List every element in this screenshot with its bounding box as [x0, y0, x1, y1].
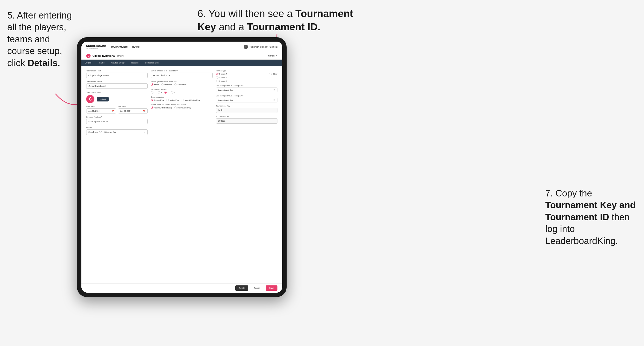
end-date-group: End date Jan 23, 2024 📅 [118, 106, 148, 114]
tournament-key-group: Tournament Key b4fb7 [216, 105, 278, 113]
logo-circle: C [86, 95, 94, 103]
format-6count5[interactable]: 6 count 5 [216, 80, 278, 82]
tournament-host-group: Tournament Host Clippd College - Men [86, 70, 148, 78]
tournament-logo-group: Tournament logo C Upload [86, 91, 148, 103]
gender-combined-radio[interactable] [174, 83, 177, 86]
calendar-icon-end: 📅 [143, 110, 146, 112]
tab-results[interactable]: Results [128, 60, 142, 66]
date-row: Start date Jan 21, 2024 📅 End date Jan 2… [86, 106, 148, 114]
individuals-only-radio[interactable] [174, 107, 177, 109]
individuals-only-label: Individuals Only [178, 107, 191, 109]
format-5count4-radio[interactable] [216, 73, 218, 75]
tablet-device: SCOREBOARD Powered by clippd TOURNAMENTS… [77, 37, 286, 297]
cancel-button[interactable]: Cancel ✕ [268, 55, 278, 57]
gender-combined[interactable]: Combined [174, 83, 186, 86]
signout-text[interactable]: Sign out [270, 46, 278, 48]
nav-teams[interactable]: TEAMS [132, 46, 140, 48]
gender-womens[interactable]: Womens [161, 83, 172, 86]
form-col-1: Tournament Host Clippd College - Men Tou… [86, 70, 148, 135]
gender-mens-radio[interactable] [151, 83, 154, 86]
form-col-3: Format type 5 count 4 Other [216, 70, 278, 135]
scoring-match[interactable]: Match Play [166, 99, 179, 101]
tournament-host-input[interactable]: Clippd College - Men [86, 73, 148, 78]
scoring-match-label: Match Play [170, 99, 179, 101]
bottom-bar: Delete Cancel Save [82, 283, 282, 293]
save-button[interactable]: Save [266, 285, 278, 291]
tournament-logo-icon: C [86, 54, 90, 58]
scoring-stroke-radio[interactable] [151, 99, 154, 101]
tab-course-setup[interactable]: Course Setup [108, 60, 128, 66]
api1-clear[interactable]: ✕ [273, 89, 275, 91]
sponsor-label: Sponsor (optional) [86, 116, 148, 118]
form-grid: Tournament Host Clippd College - Men Tou… [86, 70, 278, 135]
format-type-group: Format type 5 count 4 Other [216, 70, 278, 82]
scoring-medal-radio[interactable] [182, 99, 184, 101]
gender-womens-label: Womens [164, 84, 172, 86]
start-date-label: Start date [86, 106, 116, 108]
tournament-name: Clippd Invitational (Men) [92, 54, 124, 57]
sponsor-input[interactable] [86, 119, 148, 124]
teams-plus-label: Teams (+Individuals) [154, 107, 172, 109]
nav-right: TU Test User Sign out Sign out [244, 45, 278, 49]
tournament-name-label: Tournament name [86, 81, 148, 83]
scoring-match-radio[interactable] [166, 99, 169, 101]
teams-plus-individuals[interactable]: Teams (+Individuals) [151, 107, 172, 109]
division-input[interactable]: NCAA Division III [151, 73, 212, 78]
annotation-bottom-right: 7. Copy the Tournament Key and Tournamen… [545, 187, 637, 247]
upload-button[interactable]: Upload [97, 97, 108, 101]
format-6count5-radio[interactable] [216, 80, 218, 82]
gender-label: Which gender is the event for? [151, 81, 212, 83]
gender-combined-label: Combined [178, 84, 186, 86]
rounds-4-radio[interactable] [171, 91, 174, 94]
api2-input[interactable]: Leaderboard King ✕ [216, 98, 278, 102]
nav-links: TOURNAMENTS TEAMS [111, 46, 140, 48]
cancel-form-button[interactable]: Cancel [250, 285, 264, 291]
api1-input[interactable]: Leaderboard King ✕ [216, 88, 278, 92]
rounds-1-radio[interactable] [151, 91, 154, 94]
rounds-2-radio[interactable] [158, 91, 160, 94]
format-6count4-radio[interactable] [216, 76, 218, 79]
end-date-input[interactable]: Jan 23, 2024 📅 [118, 108, 148, 114]
logo-upload-area: C Upload [86, 95, 148, 103]
format-5count4[interactable]: 5 count 4 [216, 73, 227, 75]
start-date-input[interactable]: Jan 21, 2024 📅 [86, 108, 116, 114]
tournament-key-value: b4fb7 [216, 108, 278, 113]
rounds-4[interactable]: 4 [171, 91, 175, 94]
gender-mens[interactable]: Mens [151, 83, 159, 86]
tab-leaderboards[interactable]: Leaderboards [142, 60, 162, 66]
app-logo: SCOREBOARD [86, 45, 106, 47]
tab-teams[interactable]: Teams [95, 60, 108, 66]
format-other[interactable]: Other [270, 73, 278, 75]
rounds-label: Number of rounds [151, 88, 212, 90]
tab-details[interactable]: Details [82, 60, 95, 66]
rounds-3-radio[interactable] [164, 91, 167, 94]
annotation-top-right: 6. You will then see a Tournament Key an… [198, 7, 361, 33]
rounds-1[interactable]: 1 [151, 91, 155, 94]
venue-input[interactable]: Peachtree GC - Atlanta - GA [86, 129, 148, 135]
delete-button[interactable]: Delete [235, 285, 248, 291]
format-row-1: 5 count 4 Other [216, 73, 278, 75]
gender-radio-group: Mens Womens Combined [151, 83, 212, 86]
sponsor-group: Sponsor (optional) [86, 116, 148, 124]
rounds-2[interactable]: 2 [158, 91, 162, 94]
nav-tournaments[interactable]: TOURNAMENTS [111, 46, 128, 48]
api1-label: Use third-party live scoring API? [216, 85, 278, 87]
individuals-only[interactable]: Individuals Only [174, 107, 191, 109]
format-other-radio[interactable] [270, 73, 272, 75]
scoring-stroke-label: Stroke Play [154, 99, 164, 101]
gender-womens-radio[interactable] [161, 83, 164, 86]
tournament-name-input[interactable]: Clippd Invitational [86, 83, 148, 89]
format-6count5-label: 6 count 5 [219, 80, 227, 82]
signout-link[interactable]: Sign out [260, 46, 268, 48]
scoring-stroke[interactable]: Stroke Play [151, 99, 164, 101]
api2-label: Use third-party live scoring API? [216, 95, 278, 97]
tournament-key-label: Tournament Key [216, 105, 278, 107]
tournament-id-group: Tournament ID 302051 [216, 115, 278, 124]
format-6count4[interactable]: 6 count 4 [216, 76, 278, 79]
tablet-screen: SCOREBOARD Powered by clippd TOURNAMENTS… [82, 42, 282, 293]
api2-clear[interactable]: ✕ [273, 99, 275, 101]
rounds-3[interactable]: 3 [164, 91, 168, 94]
scoring-medal[interactable]: Medal Match Play [182, 99, 200, 101]
teams-plus-individuals-radio[interactable] [151, 107, 154, 109]
teams-label: Is this event for Teams and/or Individua… [151, 104, 212, 106]
